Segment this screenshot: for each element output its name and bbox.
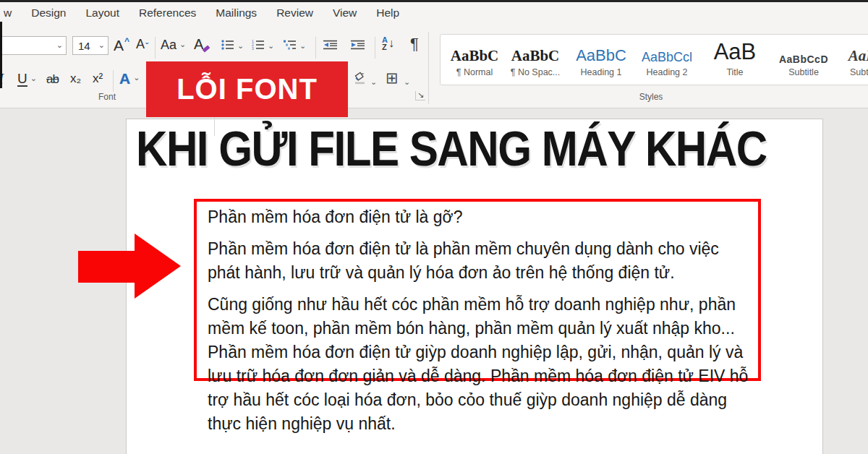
font-size-combobox[interactable]: 14 ⌄ [72,36,109,55]
style-sample: AaBbCcl [634,39,699,65]
style-label: Heading 2 [634,67,699,77]
style-subtitle[interactable]: AaBbCcD Subtitle [770,39,837,77]
style-sample: AaBbC [503,39,568,65]
red-arrow-icon [78,234,181,299]
bullet-list-button[interactable] [221,40,234,50]
sort-z-glyph: Z [382,43,388,51]
change-case-icon: Aa [161,38,176,51]
subscript-icon: x₂ [70,72,81,85]
style-label: Subtle Em... [837,67,868,77]
doc-paragraph-1: Phần mềm hóa đơn điện tử là gỡ? [208,205,751,229]
style-sample: AaBbCcD [770,39,837,65]
style-subtle-emphasis[interactable]: AaBbCc Subtle Em... [837,39,868,77]
svg-text:3: 3 [252,46,254,50]
show-formatting-marks-button[interactable]: ¶ [410,36,419,52]
increase-indent-icon [351,40,365,50]
borders-icon: ⊞ [386,70,399,85]
paragraph-dialog-launcher[interactable]: ↘ [415,91,425,100]
loi-font-banner: LỖI FONT [146,61,348,117]
styles-gallery: AaBbC ¶ Normal AaBbC ¶ No Spac... AaBbC … [440,34,868,85]
ribbon-tab-bar: w Design Layout References Mailings Revi… [4,7,399,20]
style-label: Title [699,67,770,77]
tab-view[interactable]: View [333,7,357,20]
shading-button[interactable] [353,72,367,85]
numbered-list-icon: 1 2 3 [252,40,265,50]
multilevel-list-button[interactable] [284,40,297,50]
headline-text: KHI GỬI FILE SANG MÁY KHÁC [136,120,767,177]
style-sample: AaBbC [568,39,634,65]
tab-layout[interactable]: Layout [85,7,119,20]
shrink-font-icon: A [136,38,145,51]
sort-arrow-icon: ↓ [388,38,394,49]
grow-font-icon: A [114,38,124,53]
shrink-font-button[interactable]: Aˇ [136,38,148,51]
tab-help[interactable]: Help [376,7,399,20]
font-name-combobox[interactable]: ⌄ [0,36,67,55]
style-sample: AaBbCc [837,39,868,65]
superscript-icon: x² [93,72,103,85]
text-effects-button[interactable]: A ⌄ [119,71,140,86]
highlighted-text-box: Phần mềm hóa đơn điện tử là gỡ? Phần mềm… [194,199,761,381]
chevron-down-icon[interactable]: ⌄ [404,77,410,87]
increase-indent-button[interactable] [351,40,365,50]
clear-formatting-icon: A [194,37,203,51]
style-title[interactable]: AaB Title [699,39,770,77]
chevron-down-icon: ⌄ [179,40,186,48]
chevron-down-icon[interactable]: ⌄ [370,77,377,87]
style-sample: AaBbC [446,39,503,65]
chevron-down-icon[interactable]: ⌄ [133,74,140,82]
underline-icon: U [17,72,27,87]
change-case-button[interactable]: Aa ⌄ [161,38,186,51]
pilcrow-icon: ¶ [410,36,419,52]
strikethrough-button[interactable]: ab [46,73,59,85]
banner-text: LỖI FONT [176,73,318,106]
style-sample: AaB [699,39,770,65]
chevron-down-icon[interactable]: ⌄ [30,74,37,82]
chevron-down-icon[interactable]: ⌄ [98,41,105,49]
style-label: Subtitle [770,67,837,77]
doc-paragraph-2: Phần mềm hóa đơn điện tử là phần mềm chu… [208,237,751,285]
chevron-down-icon[interactable]: ⌄ [268,41,274,51]
arrow-shaft [78,251,136,283]
clear-formatting-button[interactable]: A [194,37,203,51]
text-effects-icon: A [119,71,130,86]
strikethrough-icon: ab [46,73,59,85]
numbered-list-button[interactable]: 1 2 3 [252,40,265,50]
chevron-down-icon[interactable]: ⌄ [56,41,63,49]
tab-mailings[interactable]: Mailings [216,7,257,20]
chevron-down-icon[interactable]: ⌄ [299,41,306,51]
sort-button[interactable]: A Z ↓ [382,36,394,51]
styles-group-label: Styles [440,92,862,102]
style-no-spacing[interactable]: AaBbC ¶ No Spac... [503,39,568,77]
word-font-error-graphic: w Design Layout References Mailings Revi… [0,0,868,454]
decrease-indent-icon [323,40,338,50]
tab-design[interactable]: Design [31,7,66,20]
word-ribbon: w Design Layout References Mailings Revi… [0,2,868,108]
decrease-indent-button[interactable] [323,40,338,50]
borders-button[interactable]: ⊞ [386,70,399,85]
multilevel-list-icon [284,40,297,50]
style-heading-1[interactable]: AaBbC Heading 1 [568,39,634,77]
left-crop-strip [0,22,2,88]
style-label: Heading 1 [568,67,634,77]
subscript-button[interactable]: x₂ [70,72,81,85]
arrow-head [135,234,181,299]
doc-paragraph-3: Cũng giống như hầu hết cóc phần mềm hỗ t… [208,293,751,436]
style-label: ¶ No Spac... [503,67,568,77]
shading-icon [353,72,367,85]
superscript-button[interactable]: x² [93,72,103,85]
tab-references[interactable]: References [139,7,196,20]
underline-button[interactable]: U ⌄ [17,72,37,87]
style-heading-2[interactable]: AaBbCcl Heading 2 [634,39,699,77]
grow-font-button[interactable]: A^ [114,38,129,53]
style-label: ¶ Normal [446,67,503,77]
tab-review[interactable]: Review [276,7,313,20]
chevron-down-icon[interactable]: ⌄ [237,41,244,51]
tab-partial-w[interactable]: w [4,7,12,20]
font-size-value: 14 [78,40,90,51]
style-normal[interactable]: AaBbC ¶ Normal [446,39,503,77]
bullet-list-icon [221,40,234,50]
